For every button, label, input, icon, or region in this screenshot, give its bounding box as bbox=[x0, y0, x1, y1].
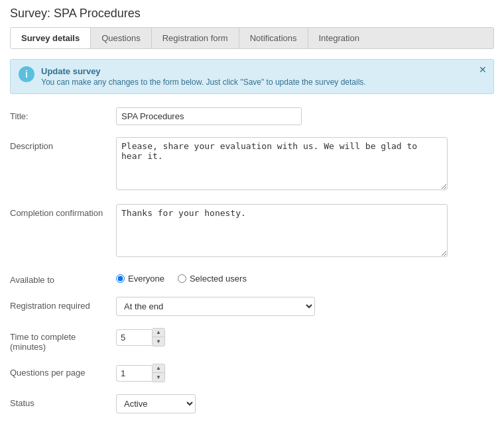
radio-selected-users[interactable]: Selected users bbox=[178, 274, 247, 284]
status-select-wrap: Active Inactive bbox=[116, 394, 494, 413]
description-textarea[interactable]: Please, share your evaluation with us. W… bbox=[116, 137, 448, 190]
available-to-label: Available to bbox=[10, 271, 116, 285]
info-icon: i bbox=[19, 66, 34, 82]
questions-row: Questions per page ▲ ▼ bbox=[10, 364, 494, 382]
time-increment-button[interactable]: ▲ bbox=[153, 329, 164, 337]
available-to-row: Available to Everyone Selected users bbox=[10, 271, 494, 285]
questions-decrement-button[interactable]: ▼ bbox=[153, 373, 164, 382]
title-input[interactable] bbox=[116, 107, 302, 125]
info-text: Update survey You can make any changes t… bbox=[41, 66, 485, 87]
time-spinner: ▲ ▼ bbox=[116, 328, 494, 346]
radio-everyone-input[interactable] bbox=[116, 274, 125, 283]
questions-increment-button[interactable]: ▲ bbox=[153, 364, 164, 373]
close-icon[interactable]: ✕ bbox=[479, 65, 487, 74]
completion-row: Completion confirmation Thanks for your … bbox=[10, 204, 494, 259]
registration-row: Registration required At the end Before … bbox=[10, 297, 494, 316]
tab-bar: Survey details Questions Registration fo… bbox=[10, 27, 494, 49]
time-label: Time to complete (minutes) bbox=[10, 328, 116, 352]
radio-selected-users-label: Selected users bbox=[190, 274, 247, 284]
title-control bbox=[116, 107, 494, 125]
info-box: i Update survey You can make any changes… bbox=[10, 59, 494, 94]
time-row: Time to complete (minutes) ▲ ▼ bbox=[10, 328, 494, 352]
title-row: Title: bbox=[10, 107, 494, 125]
status-control: Active Inactive bbox=[116, 394, 494, 413]
completion-label: Completion confirmation bbox=[10, 204, 116, 218]
tab-questions[interactable]: Questions bbox=[91, 28, 152, 48]
time-control: ▲ ▼ bbox=[116, 328, 494, 346]
status-select[interactable]: Active Inactive bbox=[116, 394, 196, 413]
description-label: Description bbox=[10, 137, 116, 151]
questions-label: Questions per page bbox=[10, 364, 116, 378]
tab-integration[interactable]: Integration bbox=[308, 28, 370, 48]
time-spinner-buttons: ▲ ▼ bbox=[153, 328, 165, 346]
tab-registration-form[interactable]: Registration form bbox=[152, 28, 239, 48]
status-row: Status Active Inactive bbox=[10, 394, 494, 413]
status-label: Status bbox=[10, 394, 116, 408]
page-title: Survey: SPA Procedures bbox=[10, 7, 494, 21]
questions-spinner: ▲ ▼ bbox=[116, 364, 494, 382]
radio-everyone-label: Everyone bbox=[128, 274, 164, 284]
questions-spinner-buttons: ▲ ▼ bbox=[153, 364, 165, 382]
info-description: You can make any changes to the form bel… bbox=[41, 78, 485, 87]
time-input[interactable] bbox=[116, 329, 153, 346]
registration-select[interactable]: At the end Before None bbox=[116, 297, 315, 316]
questions-control: ▲ ▼ bbox=[116, 364, 494, 382]
time-decrement-button[interactable]: ▼ bbox=[153, 337, 164, 346]
info-title: Update survey bbox=[41, 66, 485, 76]
completion-control: Thanks for your honesty. bbox=[116, 204, 494, 259]
title-label: Title: bbox=[10, 107, 116, 121]
tab-notifications[interactable]: Notifications bbox=[239, 28, 308, 48]
available-to-control: Everyone Selected users bbox=[116, 271, 494, 284]
description-control: Please, share your evaluation with us. W… bbox=[116, 137, 494, 192]
description-row: Description Please, share your evaluatio… bbox=[10, 137, 494, 192]
tab-survey-details[interactable]: Survey details bbox=[11, 28, 91, 48]
questions-input[interactable] bbox=[116, 365, 153, 382]
registration-label: Registration required bbox=[10, 297, 116, 311]
completion-textarea[interactable]: Thanks for your honesty. bbox=[116, 204, 448, 257]
radio-everyone[interactable]: Everyone bbox=[116, 274, 164, 284]
radio-selected-users-input[interactable] bbox=[178, 274, 186, 283]
registration-control: At the end Before None bbox=[116, 297, 494, 316]
